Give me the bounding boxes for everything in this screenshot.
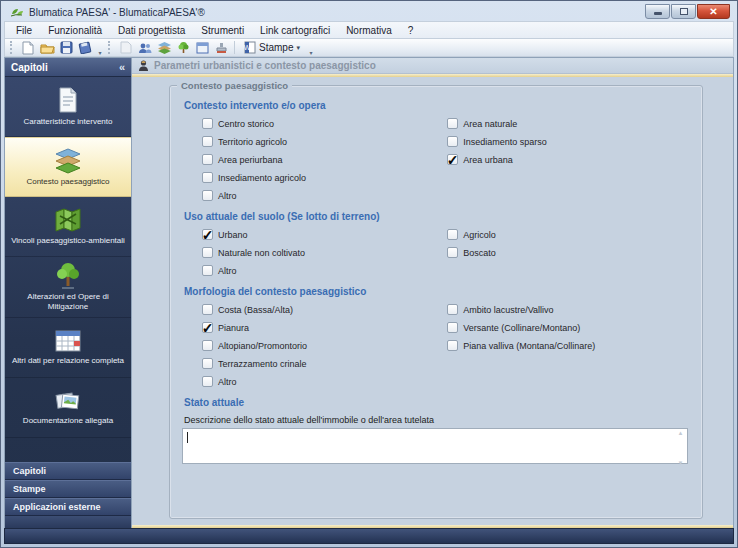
checkbox-label: Agricolo	[463, 230, 496, 240]
checkbox-insediamento-sparso[interactable]	[447, 136, 458, 147]
sidebar-footer	[5, 516, 131, 528]
checkbox-row: Area naturale	[447, 118, 692, 129]
checkbox-row: Area periurbana	[202, 154, 447, 165]
toolbar-grip[interactable]	[10, 41, 15, 54]
checkbox-area-naturale[interactable]	[447, 118, 458, 129]
save-as-button[interactable]	[76, 40, 94, 56]
checkbox-altro-morfologia[interactable]	[202, 376, 213, 387]
checkbox-pianura[interactable]: ✓	[202, 322, 213, 333]
landscape-icon	[157, 42, 172, 54]
checkbox-insediamento-agricolo[interactable]	[202, 172, 213, 183]
checkbox-versante[interactable]	[447, 322, 458, 333]
preview-window-button[interactable]	[193, 40, 211, 56]
checkbox-altopiano-promontorio[interactable]	[202, 340, 213, 351]
checkbox-row: Altro	[202, 376, 447, 387]
stamp-button[interactable]	[212, 40, 230, 56]
close-button[interactable]: ✕	[697, 4, 730, 19]
checkbox-label: Area naturale	[463, 119, 517, 129]
sidebar-nav-label: Capitoli	[13, 466, 46, 476]
new-document-icon	[22, 41, 34, 55]
checkbox-row: Agricolo	[447, 229, 692, 240]
menu-item-file[interactable]: File	[9, 24, 39, 37]
folded-map-icon	[54, 207, 82, 233]
checkbox-territorio-agricolo[interactable]	[202, 136, 213, 147]
landscape-button[interactable]	[155, 40, 173, 56]
content-main: Contesto paesaggistico Contesto interven…	[132, 77, 733, 525]
checkbox-area-periurbana[interactable]	[202, 154, 213, 165]
checkbox-row: Altro	[202, 190, 447, 201]
sidebar-nav-stampe[interactable]: Stampe	[5, 480, 131, 498]
menu-item-normativa[interactable]: Normativa	[339, 24, 399, 37]
checkbox-label: Insediamento sparso	[463, 137, 547, 147]
checkbox-label: Altro	[218, 191, 237, 201]
stato-attuale-textarea[interactable]	[182, 428, 688, 464]
person-icon	[138, 60, 149, 72]
sidebar-item-label: Contesto paesaggistico	[26, 177, 109, 187]
checkbox-costa[interactable]	[202, 304, 213, 315]
checkbox-area-urbana[interactable]: ✓	[447, 154, 458, 165]
title-bar[interactable]: Blumatica PAESA' - BlumaticaPAESA'® ✕	[4, 1, 734, 21]
contacts-button[interactable]	[136, 40, 154, 56]
toolbar-grip[interactable]	[108, 41, 113, 54]
checkbox-label: Urbano	[218, 230, 248, 240]
disabled-action-button[interactable]	[117, 40, 135, 56]
save-button[interactable]	[57, 40, 75, 56]
checkbox-label: Area urbana	[463, 155, 513, 165]
checkbox-row: Altro	[202, 265, 447, 276]
checkbox-altro-contesto[interactable]	[202, 190, 213, 201]
checkbox-altro-uso[interactable]	[202, 265, 213, 276]
save-icon	[60, 41, 73, 54]
checkbox-row: Altopiano/Promontorio	[202, 340, 447, 351]
checkbox-label: Naturale non coltivato	[218, 248, 305, 258]
maximize-button[interactable]	[671, 4, 696, 19]
sidebar-item-caratteristiche-intervento[interactable]: Caratteristiche intervento	[5, 77, 131, 137]
checkbox-agricolo[interactable]	[447, 229, 458, 240]
tree-button[interactable]	[174, 40, 192, 56]
sidebar-item-label: Caratteristiche intervento	[24, 117, 113, 127]
menu-item-help[interactable]: ?	[401, 24, 421, 37]
landscape-layers-icon	[54, 148, 82, 174]
document-icon	[55, 86, 81, 114]
sidebar-item-vincoli-paesaggistico-ambientali[interactable]: Vincoli paesaggistico-ambientali	[5, 197, 131, 257]
sidebar-item-altri-dati-relazione-completa[interactable]: Altri dati per relazione completa	[5, 318, 131, 378]
new-document-button[interactable]	[19, 40, 37, 56]
checkbox-terrazzamento-crinale[interactable]	[202, 358, 213, 369]
maximize-icon	[680, 8, 688, 15]
open-button[interactable]	[38, 40, 56, 56]
checkbox-ambito-lacustre[interactable]	[447, 304, 458, 315]
menu-item-dati-progettista[interactable]: Dati progettista	[111, 24, 192, 37]
app-logo-icon	[10, 6, 24, 19]
stampe-button[interactable]: W Stampe ▾	[239, 40, 305, 55]
menu-item-strumenti[interactable]: Strumenti	[194, 24, 251, 37]
checkbox-boscato[interactable]	[447, 247, 458, 258]
textarea-scrollbar[interactable]: ▲▼	[675, 430, 686, 466]
checkbox-piana-valliva[interactable]	[447, 340, 458, 351]
app-window: Blumatica PAESA' - BlumaticaPAESA'® ✕ Fi…	[0, 0, 738, 548]
collapse-sidebar-icon[interactable]: «	[119, 61, 125, 73]
section-heading: Contesto intervento e/o opera	[184, 100, 692, 111]
sidebar: Capitoli « Caratteristiche intervento Co…	[5, 58, 132, 528]
checkbox-urbano[interactable]: ✓	[202, 229, 213, 240]
checkbox-row: ✓ Urbano	[202, 229, 447, 240]
scroll-up-icon[interactable]: ▲	[678, 430, 684, 436]
content-header: Parametri urbanistici e contesto paesagg…	[132, 58, 733, 74]
toolbar-overflow-button[interactable]: ▾	[307, 40, 315, 55]
sidebar-item-documentazione-allegata[interactable]: Documentazione allegata	[5, 378, 131, 438]
checkbox-label: Boscato	[463, 248, 496, 258]
sidebar-item-label: Documentazione allegata	[23, 416, 113, 426]
sidebar-item-alterazioni-opere-mitigazione[interactable]: Alterazioni ed Opere di Mitigazione	[5, 257, 131, 318]
checkbox-centro-storico[interactable]	[202, 118, 213, 129]
menu-item-link-cartografici[interactable]: Link cartografici	[253, 24, 337, 37]
minimize-button[interactable]	[645, 4, 670, 19]
checkbox-row: Versante (Collinare/Montano)	[447, 322, 692, 333]
section-heading: Stato attuale	[184, 397, 692, 408]
toolbar-overflow-button[interactable]: ▾	[96, 40, 104, 55]
scroll-down-icon[interactable]: ▼	[678, 460, 684, 466]
page-title: Parametri urbanistici e contesto paesagg…	[154, 60, 376, 71]
sidebar-nav-capitoli[interactable]: Capitoli	[5, 462, 131, 480]
section-stato-attuale: Stato attuale Descrizione dello stato at…	[182, 397, 692, 468]
sidebar-item-contesto-paesaggistico[interactable]: Contesto paesaggistico	[5, 137, 131, 197]
menu-item-funzionalita[interactable]: Funzionalità	[41, 24, 109, 37]
checkbox-naturale-non-coltivato[interactable]	[202, 247, 213, 258]
sidebar-nav-applicazioni-esterne[interactable]: Applicazioni esterne	[5, 498, 131, 516]
